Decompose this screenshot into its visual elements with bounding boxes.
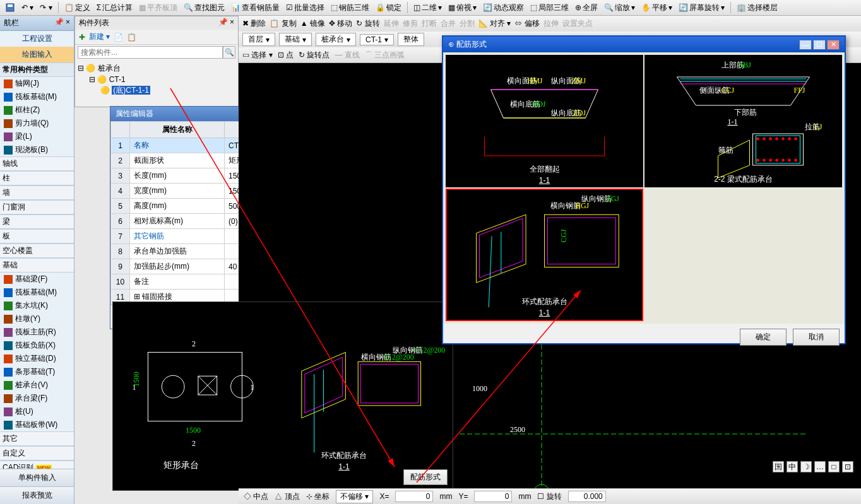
dialog-titlebar[interactable]: ⊕ 配筋形式 — ☐ ✕ bbox=[443, 37, 845, 52]
arc-snap[interactable]: ⌒ 三点画弧 bbox=[365, 50, 405, 61]
define-button[interactable]: 📋 定义 bbox=[62, 1, 93, 15]
tree-root[interactable]: ⊟ 🟡 桩承台 bbox=[78, 62, 235, 74]
mode-icon-0[interactable]: 国 bbox=[773, 461, 784, 472]
mirror-button[interactable]: ▲ 镜像 bbox=[300, 18, 325, 29]
fullscreen-button[interactable]: ⊕ 全屏 bbox=[573, 1, 600, 15]
comp-pin-icon[interactable]: 📌 × bbox=[218, 18, 234, 28]
vertex-snap[interactable]: △ 顶点 bbox=[275, 491, 299, 502]
nav-group[interactable]: 柱 bbox=[0, 171, 74, 185]
nav-item[interactable]: 框柱(Z) bbox=[0, 103, 74, 117]
minimize-icon[interactable]: — bbox=[799, 40, 812, 50]
tree-child1[interactable]: ⊟ 🟡 CT-1 bbox=[78, 74, 235, 85]
config-form-button[interactable]: 配筋形式 bbox=[403, 469, 448, 485]
zoom-button[interactable]: 🔍 缩放 ▾ bbox=[602, 1, 638, 15]
line-snap[interactable]: — 直线 bbox=[335, 50, 359, 61]
coord-snap[interactable]: ⊹ 坐标 bbox=[306, 491, 330, 502]
nav-group[interactable]: 空心楼盖 bbox=[0, 243, 74, 258]
rotate-button[interactable]: ↻ 旋转 bbox=[356, 18, 379, 29]
nav-group[interactable]: 自定义 bbox=[0, 446, 74, 460]
rebar-option-2[interactable]: 横向钢筋HGJ 纵向钢筋ZGJ CGJ 环式配筋承台1-1 bbox=[446, 189, 643, 321]
stretch-button[interactable]: 拉伸 bbox=[543, 18, 559, 29]
copy-icon[interactable]: 📋 bbox=[127, 33, 136, 42]
search-button[interactable]: 🔍 bbox=[223, 46, 235, 59]
rebar-3d-button[interactable]: ⬚ 钢筋三维 bbox=[328, 1, 372, 15]
offset-button[interactable]: ⇔ 偏移 bbox=[514, 18, 539, 29]
orbit-button[interactable]: 🔄 动态观察 bbox=[480, 1, 526, 15]
nav-item[interactable]: 基础板带(W) bbox=[0, 418, 74, 431]
rebar-option-0[interactable]: 横向面筋HMJ 纵向面筋ZMJ 横向底筋HDJ 纵向底筋ZDJ 全部翻起1-1 bbox=[446, 55, 643, 187]
nav-item[interactable]: 筏板基础(M) bbox=[0, 286, 74, 299]
mode-icon-4[interactable]: □ bbox=[828, 461, 840, 472]
type-dropdown[interactable]: 桩承台 ▾ bbox=[316, 33, 356, 46]
floor-dropdown[interactable]: 首层 ▾ bbox=[242, 33, 275, 46]
batch-select-button[interactable]: ☑ 批量选择 bbox=[283, 1, 327, 15]
nav-item[interactable]: 桩(U) bbox=[0, 405, 74, 418]
nav-item[interactable]: 梁(L) bbox=[0, 130, 74, 143]
plus-icon[interactable]: ✚ bbox=[79, 33, 85, 42]
nav-group[interactable]: 轴线 bbox=[0, 156, 74, 171]
nav-group[interactable]: 墙 bbox=[0, 185, 74, 200]
extend-button[interactable]: 延伸 bbox=[384, 18, 399, 29]
view-rebar-button[interactable]: 📊 查看钢筋量 bbox=[229, 1, 282, 15]
nav-group[interactable]: 基础 bbox=[0, 258, 74, 273]
mode-icon-3[interactable]: … bbox=[814, 461, 826, 472]
nav-group[interactable]: 门窗洞 bbox=[0, 200, 74, 214]
nav-item[interactable]: 现浇板(B) bbox=[0, 143, 74, 156]
offset-dropdown[interactable]: 不偏移 ▾ bbox=[336, 490, 373, 503]
mode-icon-5[interactable]: ⊡ bbox=[842, 461, 853, 472]
sum-button[interactable]: Σ 汇总计算 bbox=[94, 1, 135, 15]
nav-item[interactable]: 条形基础(T) bbox=[0, 365, 74, 378]
tree-child2[interactable]: 🟡 (底)CT-1-1 bbox=[78, 85, 235, 97]
mode-icon-2[interactable]: ☽ bbox=[800, 461, 812, 472]
nav-item[interactable]: 柱墩(Y) bbox=[0, 312, 74, 325]
copy-button[interactable]: 📋 复制 bbox=[270, 18, 296, 29]
pin-icon[interactable]: 📌 × bbox=[54, 18, 70, 28]
close-icon[interactable]: ✕ bbox=[827, 40, 840, 50]
local-3d-button[interactable]: ⬚ 局部三维 bbox=[528, 1, 571, 15]
single-input-button[interactable]: 单构件输入 bbox=[0, 469, 74, 486]
grip-button[interactable]: 设置夹点 bbox=[562, 18, 593, 29]
report-preview-button[interactable]: 报表预览 bbox=[0, 486, 74, 504]
nav-item[interactable]: 筏板负筋(X) bbox=[0, 339, 74, 352]
select-floor-button[interactable]: 🏢 选择楼层 bbox=[734, 1, 780, 15]
align-top-button[interactable]: ▦ 平齐板顶 bbox=[136, 1, 180, 15]
clone-icon[interactable]: 📄 bbox=[114, 33, 123, 42]
nav-group[interactable]: 梁 bbox=[0, 214, 74, 229]
nav-item[interactable]: 桩承台(V) bbox=[0, 378, 74, 392]
new-button[interactable]: 新建 ▾ bbox=[89, 32, 110, 42]
save-icon[interactable] bbox=[3, 1, 18, 14]
split-button[interactable]: 分割 bbox=[460, 18, 475, 29]
nav-group[interactable]: 其它 bbox=[0, 431, 74, 446]
nav-item[interactable]: 剪力墙(Q) bbox=[0, 117, 74, 130]
rebar-option-3[interactable] bbox=[644, 189, 842, 321]
nav-item[interactable]: 筏板主筋(R) bbox=[0, 325, 74, 339]
midpoint-snap[interactable]: ◇ 中点 bbox=[244, 491, 268, 502]
undo-icon[interactable]: ↶ ▾ bbox=[19, 2, 36, 13]
trim-button[interactable]: 修剪 bbox=[403, 18, 418, 29]
cancel-button[interactable]: 取消 bbox=[793, 329, 840, 346]
nav-item[interactable]: 承台梁(F) bbox=[0, 392, 74, 405]
screen-rotate-button[interactable]: 🔄 屏幕旋转 ▾ bbox=[676, 1, 727, 15]
rot-input[interactable] bbox=[568, 491, 606, 502]
maximize-icon[interactable]: ☐ bbox=[813, 40, 826, 50]
find-button[interactable]: 🔍 查找图元 bbox=[181, 1, 227, 15]
mode-icon-1[interactable]: 中 bbox=[787, 461, 798, 472]
category-dropdown[interactable]: 基础 ▾ bbox=[279, 33, 312, 46]
nav-item[interactable]: 轴网(J) bbox=[0, 77, 74, 90]
y-input[interactable] bbox=[474, 491, 512, 502]
ok-button[interactable]: 确定 bbox=[740, 329, 787, 346]
align-button[interactable]: 📐 对齐 ▾ bbox=[478, 18, 511, 29]
nav-item[interactable]: 筏板基础(M) bbox=[0, 90, 74, 103]
top-view-button[interactable]: ▦ 俯视 ▾ bbox=[446, 1, 479, 15]
search-input[interactable] bbox=[78, 46, 223, 59]
delete-button[interactable]: ✖ 删除 bbox=[242, 18, 266, 29]
2d-button[interactable]: ◫ 二维 ▾ bbox=[411, 1, 444, 15]
move-button[interactable]: ✥ 移动 bbox=[329, 18, 352, 29]
component-dropdown[interactable]: CT-1 ▾ bbox=[360, 34, 394, 45]
nav-section-draw[interactable]: 绘图输入 bbox=[0, 47, 74, 62]
scope-dropdown[interactable]: 整体 bbox=[398, 33, 424, 46]
nav-section-project[interactable]: 工程设置 bbox=[0, 31, 74, 47]
select-mode[interactable]: ▭ 选择 ▾ bbox=[242, 50, 273, 61]
pan-button[interactable]: ✋ 平移 ▾ bbox=[639, 1, 675, 15]
lock-button[interactable]: 🔒 锁定 bbox=[373, 1, 404, 15]
